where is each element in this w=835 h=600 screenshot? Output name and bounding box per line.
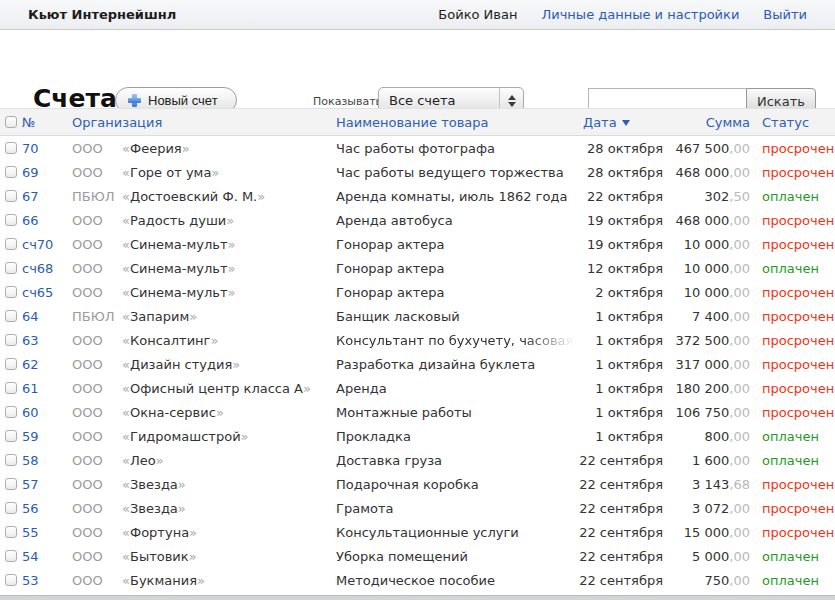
invoice-sum: 317 000,00 xyxy=(663,357,750,372)
invoice-date: 1 октября xyxy=(579,333,663,348)
invoice-number-link[interactable]: 64 xyxy=(22,309,39,324)
row-checkbox[interactable] xyxy=(5,430,17,442)
table-row: 66 ООО «Радость души» Аренда автобуса 19… xyxy=(0,208,835,232)
invoice-number-link[interactable]: сч65 xyxy=(22,285,53,300)
invoice-sum: 10 000,00 xyxy=(663,237,750,252)
invoice-number-link[interactable]: 58 xyxy=(22,453,39,468)
header-status[interactable]: Статус xyxy=(762,115,809,130)
new-invoice-label: Новый счет xyxy=(148,93,218,108)
quote-close: » xyxy=(303,381,311,396)
table-row: сч70 ООО «Синема-мульт» Гонорар актера 1… xyxy=(0,232,835,256)
invoice-sum: 10 000,00 xyxy=(663,261,750,276)
row-checkbox[interactable] xyxy=(5,574,17,586)
invoice-rows: 70 ООО «Феерия» Час работы фотографа 28 … xyxy=(0,136,835,592)
invoice-number-link[interactable]: сч68 xyxy=(22,261,53,276)
invoice-number-link[interactable]: 54 xyxy=(22,549,39,564)
quote-open: « xyxy=(122,285,130,300)
invoice-number-link[interactable]: 61 xyxy=(22,381,39,396)
header-num[interactable]: № xyxy=(22,115,36,130)
org-type: ООО xyxy=(72,213,122,228)
row-checkbox[interactable] xyxy=(5,406,17,418)
org-type: ООО xyxy=(72,285,122,300)
sum-fraction: ,00 xyxy=(729,333,750,348)
header-sum[interactable]: Сумма xyxy=(706,115,750,130)
invoice-number-link[interactable]: 55 xyxy=(22,525,39,540)
invoice-number-link[interactable]: 63 xyxy=(22,333,39,348)
header-org[interactable]: Организация xyxy=(72,115,162,130)
org-type: ООО xyxy=(72,477,122,492)
status-label: просрочен xyxy=(762,357,834,372)
row-checkbox[interactable] xyxy=(5,142,17,154)
quote-close: » xyxy=(182,141,190,156)
quote-open: « xyxy=(122,189,130,204)
org-name: «Синема-мульт» xyxy=(122,285,336,300)
row-checkbox[interactable] xyxy=(5,382,17,394)
settings-link[interactable]: Личные данные и настройки xyxy=(541,7,739,22)
status-label: просрочен xyxy=(762,165,834,180)
invoice-number-link[interactable]: 66 xyxy=(22,213,39,228)
org-type: ООО xyxy=(72,165,122,180)
org-name: «Запарим» xyxy=(122,309,336,324)
invoice-number-link[interactable]: сч70 xyxy=(22,237,53,252)
quote-close: » xyxy=(197,573,205,588)
org-name: «Звезда» xyxy=(122,501,336,516)
invoice-number-link[interactable]: 69 xyxy=(22,165,39,180)
row-checkbox[interactable] xyxy=(5,238,17,250)
row-checkbox[interactable] xyxy=(5,334,17,346)
status-label: просрочен xyxy=(762,285,834,300)
invoice-number-link[interactable]: 56 xyxy=(22,501,39,516)
table-row: 70 ООО «Феерия» Час работы фотографа 28 … xyxy=(0,136,835,160)
quote-close: » xyxy=(228,237,236,252)
row-checkbox[interactable] xyxy=(5,310,17,322)
org-name: «Синема-мульт» xyxy=(122,237,336,252)
header-product[interactable]: Наименование товара xyxy=(336,115,489,130)
invoice-number-link[interactable]: 60 xyxy=(22,405,39,420)
quote-close: » xyxy=(216,405,224,420)
quote-open: « xyxy=(122,525,130,540)
row-checkbox[interactable] xyxy=(5,286,17,298)
invoice-sum: 750,00 xyxy=(663,573,750,588)
product-name: Банщик ласковый xyxy=(336,309,579,324)
sum-fraction: ,00 xyxy=(729,453,750,468)
org-name: «Феерия» xyxy=(122,141,336,156)
product-name: Разработка дизайна буклета xyxy=(336,357,579,372)
row-checkbox[interactable] xyxy=(5,550,17,562)
logout-link[interactable]: Выйти xyxy=(763,7,807,22)
org-type: ООО xyxy=(72,573,122,588)
row-checkbox[interactable] xyxy=(5,190,17,202)
quote-open: « xyxy=(122,381,130,396)
row-checkbox[interactable] xyxy=(5,262,17,274)
invoice-sum: 3 072,00 xyxy=(663,501,750,516)
product-name: Грамота xyxy=(336,501,579,516)
invoice-date: 22 сентября xyxy=(579,525,663,540)
invoice-sum: 7 400,00 xyxy=(663,309,750,324)
invoice-number-link[interactable]: 59 xyxy=(22,429,39,444)
row-checkbox[interactable] xyxy=(5,478,17,490)
quote-open: « xyxy=(122,165,130,180)
bottom-divider xyxy=(0,595,835,600)
org-name: «Звезда» xyxy=(122,477,336,492)
row-checkbox[interactable] xyxy=(5,454,17,466)
header-date[interactable]: Дата xyxy=(583,115,630,130)
invoice-number-link[interactable]: 70 xyxy=(22,141,39,156)
topbar-right: Бойко Иван Личные данные и настройки Вый… xyxy=(438,7,807,22)
quote-open: « xyxy=(122,213,130,228)
invoice-number-link[interactable]: 62 xyxy=(22,357,39,372)
invoice-date: 22 сентября xyxy=(579,573,663,588)
row-checkbox[interactable] xyxy=(5,166,17,178)
invoice-date: 19 октября xyxy=(579,213,663,228)
invoice-number-link[interactable]: 53 xyxy=(22,573,39,588)
row-checkbox[interactable] xyxy=(5,526,17,538)
select-all-checkbox[interactable] xyxy=(5,116,17,128)
invoice-sum: 15 000,00 xyxy=(663,525,750,540)
sum-fraction: ,00 xyxy=(729,237,750,252)
row-checkbox[interactable] xyxy=(5,502,17,514)
invoice-number-link[interactable]: 57 xyxy=(22,477,39,492)
row-checkbox[interactable] xyxy=(5,214,17,226)
invoice-number-link[interactable]: 67 xyxy=(22,189,39,204)
org-name: «Окна-сервис» xyxy=(122,405,336,420)
row-checkbox[interactable] xyxy=(5,358,17,370)
org-type: ООО xyxy=(72,405,122,420)
sum-fraction: ,00 xyxy=(729,141,750,156)
invoice-date: 22 сентября xyxy=(579,453,663,468)
